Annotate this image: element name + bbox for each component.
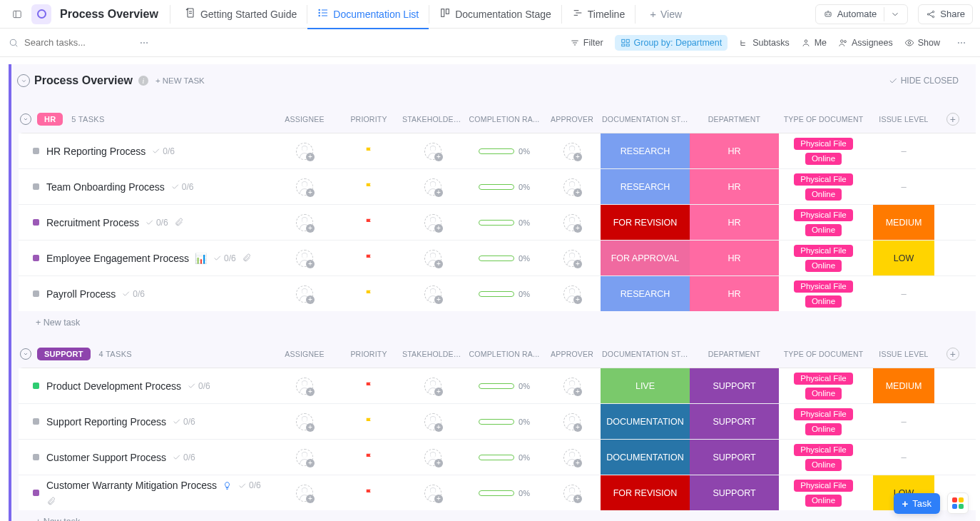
stage-cell[interactable]: RESEARCH xyxy=(601,133,690,168)
tab-getting-started-guide[interactable]: Getting Started Guide xyxy=(175,0,307,29)
subtask-count[interactable]: 0/6 xyxy=(151,146,175,156)
stage-cell[interactable]: LIVE xyxy=(601,368,690,403)
flag-icon[interactable] xyxy=(364,217,374,228)
progress[interactable]: 0% xyxy=(479,183,530,191)
column-header[interactable]: ASSIGNEE xyxy=(272,112,337,126)
task-row[interactable]: Customer Warranty Mitigation Process 0/6… xyxy=(19,475,976,510)
assignee-add[interactable] xyxy=(296,143,313,160)
info-icon[interactable]: i xyxy=(138,76,148,86)
progress[interactable]: 0% xyxy=(479,382,530,390)
doctype-cell[interactable]: Physical FileOnline xyxy=(779,205,868,240)
column-header[interactable]: ISSUE LEVEL xyxy=(868,347,939,361)
task-row[interactable]: Payroll Process 0/6 0%RESEARCHHRPhysical… xyxy=(19,276,976,311)
task-row[interactable]: Team Onboarding Process 0/6 0%RESEARCHHR… xyxy=(19,169,976,205)
subtask-count[interactable]: 0/6 xyxy=(172,452,195,462)
tab-documentation-stage[interactable]: Documentation Stage xyxy=(429,0,561,29)
column-header[interactable]: DEPARTMENT xyxy=(690,347,779,361)
task-row[interactable]: Product Development Process 0/6 0%LIVESU… xyxy=(19,368,976,404)
flag-icon[interactable] xyxy=(364,487,374,498)
approver-add[interactable] xyxy=(563,485,581,502)
collapse-list-icon[interactable] xyxy=(17,74,30,87)
assignee-add[interactable] xyxy=(296,485,313,502)
tab-documentation-list[interactable]: Documentation List xyxy=(307,0,429,29)
assignee-add[interactable] xyxy=(296,214,313,231)
subtask-count[interactable]: 0/6 xyxy=(121,289,145,299)
progress[interactable]: 0% xyxy=(479,453,530,462)
department-cell[interactable]: HR xyxy=(690,169,779,204)
stage-cell[interactable]: FOR APPROVAL xyxy=(601,241,690,275)
doctype-cell[interactable]: Physical FileOnline xyxy=(779,368,868,403)
column-header[interactable]: APPROVER xyxy=(543,112,601,126)
status-square[interactable] xyxy=(33,255,39,261)
subtask-count[interactable]: 0/6 xyxy=(187,381,210,391)
doctype-cell[interactable]: Physical FileOnline xyxy=(779,440,868,475)
stakeholder-add[interactable] xyxy=(424,485,441,502)
stakeholder-add[interactable] xyxy=(424,413,441,430)
assignee-add[interactable] xyxy=(296,449,313,466)
new-task-button[interactable]: + New task xyxy=(19,311,976,328)
flag-icon[interactable] xyxy=(364,181,374,192)
issue-cell[interactable]: – xyxy=(868,169,939,204)
stakeholder-add[interactable] xyxy=(424,285,441,303)
collapse-group-icon[interactable] xyxy=(20,348,31,360)
column-header[interactable]: DOCUMENTATION STAGE xyxy=(601,112,690,126)
more-options-icon[interactable] xyxy=(134,33,154,53)
column-header[interactable]: TYPE OF DOCUMENT xyxy=(779,347,868,361)
column-header[interactable]: STAKEHOLDER/S xyxy=(401,112,465,126)
subtasks-button[interactable]: Subtasks xyxy=(739,38,789,48)
assignee-add[interactable] xyxy=(296,378,313,395)
attachment-icon[interactable] xyxy=(242,253,251,263)
attachment-icon[interactable] xyxy=(46,497,56,506)
assignee-add[interactable] xyxy=(296,250,313,267)
task-row[interactable]: Employee Engagement Process 📊 0/6 0%FOR … xyxy=(19,241,976,276)
flag-icon[interactable] xyxy=(364,288,374,299)
progress[interactable]: 0% xyxy=(479,489,530,497)
status-square[interactable] xyxy=(33,183,39,190)
automate-button[interactable]: Automate xyxy=(815,4,909,24)
doctype-cell[interactable]: Physical FileOnline xyxy=(779,133,868,168)
status-square[interactable] xyxy=(33,418,39,425)
subtask-count[interactable]: 0/6 xyxy=(170,182,194,192)
department-cell[interactable]: HR xyxy=(690,276,779,311)
column-header[interactable]: ISSUE LEVEL xyxy=(868,112,939,126)
department-cell[interactable]: SUPPORT xyxy=(690,475,779,510)
status-square[interactable] xyxy=(33,383,39,389)
progress[interactable]: 0% xyxy=(479,290,530,298)
subtask-count[interactable]: 0/6 xyxy=(172,417,195,427)
doctype-cell[interactable]: Physical FileOnline xyxy=(779,169,868,204)
status-square[interactable] xyxy=(33,148,39,154)
me-button[interactable]: Me xyxy=(801,38,827,48)
status-square[interactable] xyxy=(33,219,39,226)
group-pill[interactable]: SUPPORT xyxy=(37,348,91,360)
task-row[interactable]: Support Reporting Process 0/6 0%DOCUMENT… xyxy=(19,404,976,440)
subtask-count[interactable]: 0/6 xyxy=(238,480,261,490)
assignee-add[interactable] xyxy=(296,413,313,430)
add-view-button[interactable]: + View xyxy=(640,0,692,29)
column-header[interactable]: DEPARTMENT xyxy=(690,112,779,126)
doctype-cell[interactable]: Physical FileOnline xyxy=(779,475,868,510)
column-header[interactable]: DOCUMENTATION STAGE xyxy=(601,347,690,361)
column-header[interactable]: PRIORITY xyxy=(337,347,401,361)
stage-cell[interactable]: DOCUMENTATION xyxy=(601,404,690,439)
stakeholder-add[interactable] xyxy=(424,214,441,231)
stakeholder-add[interactable] xyxy=(424,378,441,395)
approver-add[interactable] xyxy=(563,449,581,466)
column-header[interactable]: COMPLETION RA... xyxy=(465,112,543,126)
issue-cell[interactable]: MEDIUM xyxy=(868,205,939,240)
approver-add[interactable] xyxy=(563,178,581,196)
add-column-button[interactable]: + xyxy=(946,348,959,360)
assignee-add[interactable] xyxy=(296,285,313,303)
collapse-group-icon[interactable] xyxy=(20,113,31,125)
stakeholder-add[interactable] xyxy=(424,250,441,267)
stakeholder-add[interactable] xyxy=(424,178,441,196)
issue-cell[interactable]: LOW xyxy=(868,241,939,275)
doctype-cell[interactable]: Physical FileOnline xyxy=(779,241,868,275)
stage-cell[interactable]: RESEARCH xyxy=(601,169,690,204)
share-button[interactable]: Share xyxy=(918,4,973,24)
doctype-cell[interactable]: Physical FileOnline xyxy=(779,404,868,439)
stakeholder-add[interactable] xyxy=(424,143,441,160)
stage-cell[interactable]: FOR REVISION xyxy=(601,205,690,240)
approver-add[interactable] xyxy=(563,378,581,395)
department-cell[interactable]: SUPPORT xyxy=(690,368,779,403)
status-square[interactable] xyxy=(33,490,39,496)
